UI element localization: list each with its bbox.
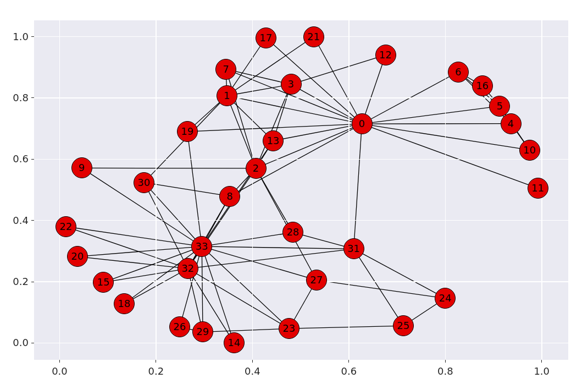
- y-tick: [31, 343, 34, 343]
- node-label: 11: [531, 183, 544, 193]
- node-label: 27: [310, 275, 323, 285]
- edge: [66, 227, 202, 246]
- edge: [362, 106, 500, 124]
- plot-area: 0123456789101112131415161718192021222324…: [34, 20, 568, 360]
- node-label: 15: [97, 277, 110, 287]
- node-label: 23: [283, 324, 296, 333]
- node-20: 20: [67, 246, 88, 267]
- node-33: 33: [191, 236, 212, 257]
- node-label: 18: [118, 299, 131, 309]
- node-label: 6: [455, 67, 461, 77]
- node-label: 25: [397, 321, 410, 331]
- node-18: 18: [114, 293, 135, 314]
- node-6: 6: [448, 62, 469, 83]
- edge: [266, 38, 362, 124]
- x-tick: [348, 360, 349, 363]
- node-label: 24: [439, 293, 452, 303]
- node-24: 24: [435, 288, 456, 309]
- node-15: 15: [93, 272, 114, 293]
- node-8: 8: [219, 186, 240, 207]
- node-19: 19: [177, 121, 198, 142]
- node-label: 21: [307, 32, 320, 42]
- edge: [354, 124, 362, 249]
- node-27: 27: [306, 270, 327, 291]
- node-7: 7: [215, 59, 236, 80]
- node-32: 32: [177, 258, 198, 279]
- edge: [354, 249, 403, 326]
- node-label: 20: [71, 251, 84, 261]
- edge: [188, 249, 354, 269]
- grid-line-vertical: [348, 20, 350, 360]
- node-26: 26: [169, 316, 190, 337]
- edge: [289, 326, 403, 328]
- node-3: 3: [281, 74, 302, 95]
- node-29: 29: [192, 321, 213, 342]
- x-tick: [59, 360, 60, 363]
- node-label: 4: [508, 119, 514, 129]
- node-14: 14: [224, 332, 245, 353]
- node-13: 13: [263, 130, 284, 151]
- grid-line-horizontal: [34, 159, 568, 160]
- node-label: 3: [288, 79, 294, 89]
- y-tick: [31, 282, 34, 282]
- edge: [226, 69, 256, 168]
- y-tick: [31, 97, 34, 98]
- x-tick-label: 0.8: [437, 365, 453, 377]
- edge: [362, 124, 511, 124]
- node-30: 30: [134, 172, 154, 193]
- node-28: 28: [282, 222, 303, 243]
- node-label: 31: [347, 244, 360, 254]
- node-11: 11: [528, 178, 548, 199]
- y-tick-label: 0.4: [13, 215, 29, 226]
- node-9: 9: [71, 157, 92, 178]
- node-31: 31: [343, 238, 364, 259]
- edge: [354, 249, 446, 298]
- node-4: 4: [501, 113, 522, 134]
- grid-line-vertical: [252, 20, 253, 360]
- grid-line-vertical: [156, 20, 157, 360]
- node-label: 12: [379, 50, 392, 60]
- edge: [77, 246, 202, 256]
- grid-line-horizontal: [34, 220, 568, 221]
- edge: [188, 269, 289, 328]
- grid-line-horizontal: [34, 281, 568, 282]
- node-5: 5: [489, 96, 510, 117]
- edge: [227, 96, 362, 124]
- node-label: 0: [359, 119, 365, 129]
- x-tick: [252, 360, 253, 363]
- node-17: 17: [256, 28, 276, 48]
- node-0: 0: [352, 113, 373, 134]
- node-label: 30: [138, 178, 151, 188]
- node-label: 32: [181, 264, 194, 273]
- y-tick-label: 0.8: [13, 92, 29, 103]
- node-25: 25: [393, 315, 414, 336]
- node-label: 10: [523, 145, 536, 155]
- x-tick: [156, 360, 156, 363]
- node-12: 12: [375, 45, 396, 65]
- node-label: 19: [181, 127, 194, 136]
- node-label: 28: [287, 227, 299, 237]
- x-tick-label: 1.0: [534, 365, 550, 377]
- node-16: 16: [472, 75, 493, 96]
- edge: [202, 246, 203, 332]
- node-1: 1: [217, 85, 237, 106]
- node-21: 21: [303, 26, 324, 47]
- node-label: 33: [196, 242, 208, 251]
- node-2: 2: [246, 158, 267, 179]
- node-label: 5: [497, 101, 503, 111]
- y-tick-label: 1.0: [13, 31, 29, 42]
- x-tick-label: 0.6: [341, 365, 357, 377]
- figure: 0123456789101112131415161718192021222324…: [0, 0, 588, 389]
- edge: [227, 96, 256, 168]
- node-label: 9: [79, 163, 85, 173]
- node-10: 10: [519, 140, 540, 161]
- edge: [202, 246, 353, 249]
- x-tick: [445, 360, 446, 363]
- edge-layer: [34, 20, 568, 360]
- edge: [187, 132, 202, 246]
- x-tick: [541, 360, 542, 363]
- grid-line-vertical: [59, 20, 60, 360]
- x-tick-label: 0.4: [244, 365, 260, 377]
- grid-line-horizontal: [34, 36, 568, 37]
- y-tick: [31, 36, 34, 37]
